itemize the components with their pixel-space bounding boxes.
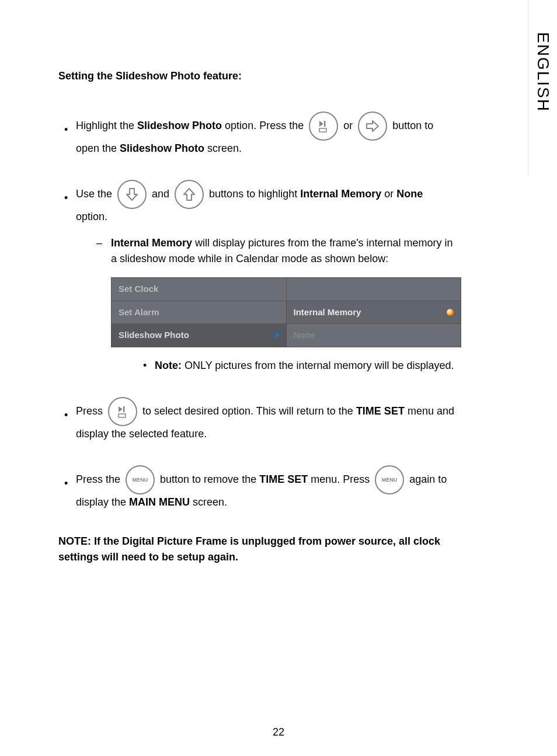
- svg-text:MENU: MENU: [133, 477, 148, 483]
- text-bold: TIME SET: [259, 473, 308, 485]
- text-bold: Internal Memory: [300, 188, 381, 200]
- language-side-tab: ENGLISH: [528, 0, 557, 175]
- text: button to remove the: [157, 473, 259, 485]
- menu-button-icon: MENU: [375, 465, 404, 494]
- text: Press: [76, 405, 106, 416]
- menu-cell-empty: [286, 278, 461, 301]
- text: option.: [76, 211, 107, 222]
- text-bold: Slideshow Photo: [120, 142, 204, 154]
- language-label: ENGLISH: [534, 32, 552, 112]
- text-bold: Internal Memory: [111, 237, 192, 249]
- text: Use the: [76, 188, 115, 200]
- section-heading: Setting the Slideshow Photo feature:: [58, 70, 455, 82]
- arrow-right-icon: [358, 112, 387, 141]
- page-number: 22: [273, 726, 284, 738]
- svg-text:MENU: MENU: [382, 477, 398, 483]
- text-bold: None: [396, 188, 423, 200]
- text: screen.: [190, 496, 227, 508]
- svg-marker-3: [119, 406, 123, 412]
- menu-screenshot-table: Set Clock Set Alarm Internal Memory Slid…: [111, 277, 461, 347]
- note-power-warning: NOTE: If the Digital Picture Frame is un…: [58, 534, 455, 565]
- text-bold: Slideshow Photo: [137, 120, 222, 131]
- arrow-up-icon: [175, 180, 204, 209]
- sub-note: Note: ONLY pictures from the internal me…: [76, 358, 455, 374]
- bullet-highlight-slideshow: Highlight the Slideshow Photo option. Pr…: [58, 112, 455, 156]
- svg-marker-0: [319, 121, 323, 127]
- text: to select desired option. This will retu…: [140, 405, 356, 416]
- svg-rect-2: [319, 128, 326, 132]
- sub-internal-memory: Internal Memory will display pictures fr…: [76, 235, 455, 267]
- svg-rect-4: [123, 406, 125, 412]
- svg-rect-5: [119, 414, 126, 417]
- text: or: [340, 120, 356, 131]
- text: Highlight the: [76, 120, 137, 131]
- bullet-use-arrows: Use the and buttons to highlight Interna…: [58, 180, 455, 374]
- menu-cell-selected: Internal Memory: [286, 301, 461, 324]
- arrow-down-icon: [117, 180, 147, 209]
- text-bold: TIME SET: [356, 405, 405, 416]
- menu-cell: None: [286, 324, 461, 347]
- text: menu. Press: [308, 473, 373, 485]
- menu-cell-highlighted: Slideshow Photo: [112, 324, 287, 347]
- text-bold: MAIN MENU: [129, 496, 190, 508]
- text: buttons to highlight: [206, 188, 300, 200]
- menu-button-icon: MENU: [126, 465, 155, 494]
- menu-cell: Set Clock: [112, 278, 287, 301]
- page-content: Setting the Slideshow Photo feature: Hig…: [0, 0, 514, 565]
- text: or: [381, 188, 396, 200]
- text: Press the: [76, 473, 123, 485]
- svg-rect-1: [324, 121, 326, 127]
- text: and: [149, 188, 172, 200]
- caret-right-icon: [276, 332, 280, 339]
- bullet-press-select: Press to select desired option. This wil…: [58, 397, 455, 442]
- selection-dot-icon: [447, 309, 454, 316]
- play-pause-icon: [309, 112, 338, 141]
- text: screen.: [204, 142, 242, 154]
- bullet-press-menu: Press the MENU button to remove the TIME…: [58, 465, 455, 510]
- play-pause-icon: [108, 397, 137, 426]
- menu-cell: Set Alarm: [112, 301, 287, 324]
- text-bold: Note:: [155, 360, 182, 371]
- text: option. Press the: [222, 120, 307, 131]
- text: ONLY pictures from the internal memory w…: [182, 360, 454, 371]
